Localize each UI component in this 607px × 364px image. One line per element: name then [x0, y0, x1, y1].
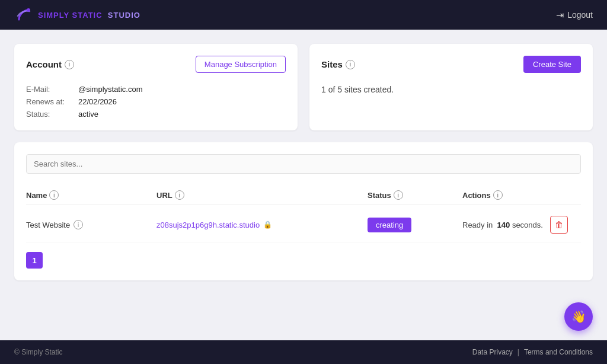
- logo-icon: [14, 5, 33, 24]
- url-col-info-icon[interactable]: i: [175, 190, 184, 200]
- logout-button[interactable]: ⇥ Logout: [556, 9, 593, 21]
- name-col-info-icon[interactable]: i: [49, 190, 59, 200]
- status-badge: creating: [368, 218, 411, 232]
- pagination: 1: [26, 252, 581, 269]
- manage-subscription-button[interactable]: Manage Subscription: [196, 56, 286, 73]
- status-row: Status: active: [26, 110, 286, 119]
- trash-icon: 🗑: [555, 220, 563, 229]
- svg-point-0: [27, 8, 30, 12]
- site-url-link[interactable]: z08sujs2p1p6g9h.static.studio: [156, 221, 260, 229]
- seconds-bold: 140: [497, 221, 510, 229]
- top-cards-row: Account i Manage Subscription E-Mail: @s…: [14, 44, 593, 130]
- col-header-name: Name i: [26, 190, 156, 200]
- site-url-cell: z08sujs2p1p6g9h.static.studio 🔒: [156, 221, 368, 229]
- sites-count-text: 1 of 5 sites created.: [321, 85, 581, 94]
- sites-card-header: Sites i Create Site: [321, 56, 581, 73]
- data-privacy-link[interactable]: Data Privacy: [472, 348, 513, 356]
- account-card-header: Account i Manage Subscription: [26, 56, 286, 73]
- renews-row: Renews at: 22/02/2026: [26, 97, 286, 106]
- col-header-status: Status i: [368, 190, 462, 200]
- table-row: Test Website i z08sujs2p1p6g9h.static.st…: [26, 207, 581, 242]
- account-info-icon[interactable]: i: [65, 60, 74, 69]
- status-label: Status:: [26, 110, 74, 119]
- logout-icon: ⇥: [556, 9, 564, 21]
- account-info: E-Mail: @simplystatic.com Renews at: 22/…: [26, 85, 286, 119]
- footer: © Simply Static Data Privacy | Terms and…: [0, 340, 607, 364]
- renews-value: 22/02/2026: [78, 97, 117, 106]
- actions-col-info-icon[interactable]: i: [493, 190, 503, 200]
- email-value: @simplystatic.com: [78, 85, 143, 94]
- logo-accent-text: STUDIO: [108, 11, 140, 20]
- footer-copyright: © Simply Static: [14, 348, 63, 356]
- sites-card: Sites i Create Site 1 of 5 sites created…: [309, 44, 593, 130]
- create-site-button[interactable]: Create Site: [523, 56, 581, 73]
- main-content: Account i Manage Subscription E-Mail: @s…: [0, 30, 607, 340]
- email-label: E-Mail:: [26, 85, 74, 94]
- account-title-text: Account: [26, 59, 62, 69]
- sites-info-icon[interactable]: i: [346, 60, 355, 69]
- table-header: Name i URL i Status i Actions i: [26, 186, 581, 205]
- fab-icon: 👋: [571, 309, 586, 324]
- status-value: active: [78, 110, 98, 119]
- site-name: Test Website: [26, 221, 70, 229]
- site-name-cell: Test Website i: [26, 220, 156, 229]
- delete-site-button[interactable]: 🗑: [550, 216, 568, 234]
- terms-link[interactable]: Terms and Conditions: [524, 348, 593, 356]
- logout-label: Logout: [567, 10, 593, 20]
- sites-title-text: Sites: [321, 59, 343, 69]
- header: SIMPLY STATIC STUDIO ⇥ Logout: [0, 0, 607, 30]
- footer-separator: |: [517, 348, 519, 356]
- sites-table-card: Name i URL i Status i Actions i Test Web…: [14, 142, 593, 280]
- ready-text: Ready in 140 seconds.: [462, 221, 543, 229]
- sites-card-title: Sites i: [321, 59, 355, 69]
- site-actions-cell: Ready in 140 seconds. 🗑: [462, 216, 581, 234]
- account-card-title: Account i: [26, 59, 74, 69]
- search-input[interactable]: [26, 154, 581, 174]
- logo-area: SIMPLY STATIC STUDIO: [14, 5, 140, 24]
- fab-button[interactable]: 👋: [564, 302, 593, 331]
- footer-links: Data Privacy | Terms and Conditions: [472, 348, 593, 356]
- site-name-info-icon[interactable]: i: [74, 220, 83, 229]
- col-header-url: URL i: [156, 190, 368, 200]
- site-status-cell: creating: [368, 218, 462, 232]
- status-col-info-icon[interactable]: i: [394, 190, 403, 200]
- renews-label: Renews at:: [26, 97, 74, 106]
- logo-main-text: SIMPLY STATIC: [38, 11, 103, 20]
- email-row: E-Mail: @simplystatic.com: [26, 85, 286, 94]
- logo-text: SIMPLY STATIC STUDIO: [38, 11, 140, 20]
- col-header-actions: Actions i: [462, 190, 581, 200]
- page-1-button[interactable]: 1: [26, 252, 43, 269]
- account-card: Account i Manage Subscription E-Mail: @s…: [14, 44, 298, 130]
- lock-icon: 🔒: [263, 221, 272, 229]
